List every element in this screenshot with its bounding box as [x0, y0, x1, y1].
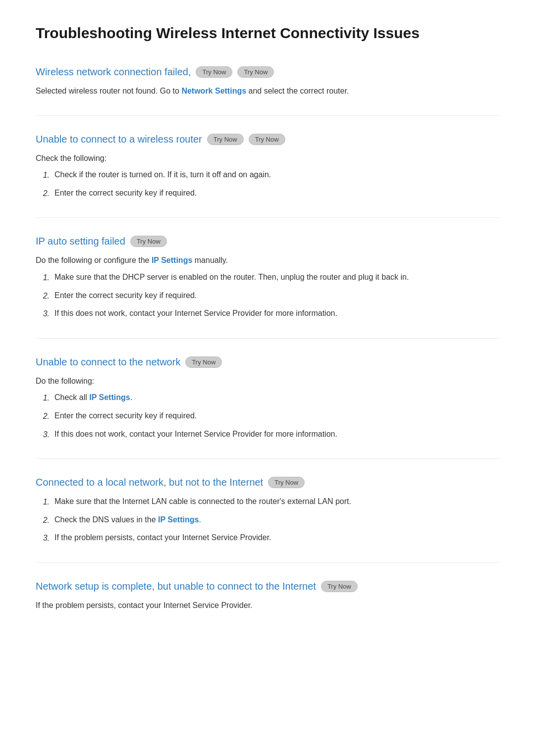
- list-number: 2.: [36, 514, 50, 527]
- try-now-button-6a[interactable]: Try Now: [321, 581, 358, 592]
- try-now-button-1b[interactable]: Try Now: [237, 66, 274, 78]
- section-body: Selected wireless router not found. Go t…: [36, 85, 499, 98]
- list-number: 1.: [36, 169, 50, 182]
- section-header: Connected to a local network, but not to…: [36, 477, 499, 488]
- section-network-setup-complete-no-internet: Network setup is complete, but unable to…: [36, 581, 499, 612]
- section-title: Unable to connect to the network: [36, 356, 180, 368]
- divider-3: [36, 338, 499, 339]
- section-body: Check the following: 1. Check if the rou…: [36, 152, 499, 200]
- list-item: 1. Check if the router is turned on. If …: [36, 168, 499, 182]
- try-now-button-3a[interactable]: Try Now: [130, 236, 167, 247]
- ip-settings-link-5[interactable]: IP Settings: [158, 515, 199, 524]
- list-item: 1. Make sure that the Internet LAN cable…: [36, 495, 499, 508]
- try-now-button-4a[interactable]: Try Now: [185, 356, 222, 368]
- list-number: 2.: [36, 290, 50, 302]
- section-title: Network setup is complete, but unable to…: [36, 581, 316, 592]
- list-item-text: Enter the correct security key if requir…: [54, 289, 499, 302]
- list-number: 2.: [36, 410, 50, 423]
- try-now-button-1a[interactable]: Try Now: [196, 66, 232, 78]
- network-settings-link[interactable]: Network Settings: [181, 87, 246, 95]
- section-body: 1. Make sure that the Internet LAN cable…: [36, 495, 499, 545]
- section-ip-auto-setting-failed: IP auto setting failed Try Now Do the fo…: [36, 236, 499, 320]
- list-item: 2. Check the DNS values in the IP Settin…: [36, 513, 499, 527]
- section-header: Unable to connect to the network Try Now: [36, 356, 499, 368]
- section-unable-connect-wireless-router: Unable to connect to a wireless router T…: [36, 134, 499, 200]
- section-body: If the problem persists, contact your In…: [36, 599, 499, 612]
- section-header: Network setup is complete, but unable to…: [36, 581, 499, 592]
- list-item: 2. Enter the correct security key if req…: [36, 187, 499, 200]
- list-item: 1. Check all IP Settings.: [36, 391, 499, 404]
- list-item-text: Make sure that the Internet LAN cable is…: [54, 495, 499, 508]
- list-number: 3.: [36, 307, 50, 320]
- list-item-text: Check all IP Settings.: [54, 391, 499, 404]
- section-wireless-network-connection-failed: Wireless network connection failed, Try …: [36, 66, 499, 98]
- section-intro-text: Do the following or configure the IP Set…: [36, 254, 499, 267]
- list-item-text: Enter the correct security key if requir…: [54, 409, 499, 422]
- section-body: Do the following or configure the IP Set…: [36, 254, 499, 320]
- list-number: 3.: [36, 428, 50, 441]
- section-connected-local-not-internet: Connected to a local network, but not to…: [36, 477, 499, 545]
- divider-4: [36, 458, 499, 459]
- section-header: IP auto setting failed Try Now: [36, 236, 499, 247]
- section-list: 1. Make sure that the DHCP server is ena…: [36, 271, 499, 320]
- list-item: 3. If this does not work, contact your I…: [36, 428, 499, 441]
- list-item-text: If this does not work, contact your Inte…: [54, 428, 499, 441]
- section-intro-text: Do the following:: [36, 375, 499, 388]
- list-number: 2.: [36, 187, 50, 200]
- list-item-text: Check the DNS values in the IP Settings.: [54, 513, 499, 526]
- section-intro-text: Check the following:: [36, 152, 499, 165]
- list-item-text: Make sure that the DHCP server is enable…: [54, 271, 499, 284]
- ip-settings-link-3[interactable]: IP Settings: [152, 256, 192, 264]
- divider-1: [36, 115, 499, 116]
- list-number: 1.: [36, 392, 50, 404]
- list-item: 2. Enter the correct security key if req…: [36, 289, 499, 302]
- section-body: Do the following: 1. Check all IP Settin…: [36, 375, 499, 441]
- section-list: 1. Check if the router is turned on. If …: [36, 168, 499, 200]
- ip-settings-link-4[interactable]: IP Settings: [89, 393, 130, 402]
- list-item: 1. Make sure that the DHCP server is ena…: [36, 271, 499, 284]
- list-item-text: If this does not work, contact your Inte…: [54, 307, 499, 320]
- section-list: 1. Make sure that the Internet LAN cable…: [36, 495, 499, 545]
- section-title: Unable to connect to a wireless router: [36, 134, 202, 145]
- list-number: 3.: [36, 532, 50, 545]
- list-item-text: Enter the correct security key if requir…: [54, 187, 499, 200]
- try-now-button-2b[interactable]: Try Now: [249, 134, 285, 145]
- list-number: 1.: [36, 496, 50, 508]
- section-title: IP auto setting failed: [36, 236, 125, 247]
- section-unable-connect-network: Unable to connect to the network Try Now…: [36, 356, 499, 441]
- section-header: Wireless network connection failed, Try …: [36, 66, 499, 78]
- list-item-text: If the problem persists, contact your In…: [54, 531, 499, 544]
- list-item-text: Check if the router is turned on. If it …: [54, 168, 499, 181]
- list-number: 1.: [36, 271, 50, 284]
- divider-2: [36, 217, 499, 218]
- list-item: 2. Enter the correct security key if req…: [36, 409, 499, 423]
- try-now-button-2a[interactable]: Try Now: [207, 134, 244, 145]
- list-item: 3. If the problem persists, contact your…: [36, 531, 499, 545]
- list-item: 3. If this does not work, contact your I…: [36, 307, 499, 320]
- section-title: Wireless network connection failed,: [36, 66, 191, 78]
- section-intro-text: Selected wireless router not found. Go t…: [36, 85, 499, 98]
- section-title: Connected to a local network, but not to…: [36, 477, 263, 488]
- section-list: 1. Check all IP Settings. 2. Enter the c…: [36, 391, 499, 441]
- page-title: Troubleshooting Wireless Internet Connec…: [36, 25, 499, 47]
- section-intro-text: If the problem persists, contact your In…: [36, 599, 499, 612]
- section-header: Unable to connect to a wireless router T…: [36, 134, 499, 145]
- divider-5: [36, 562, 499, 563]
- try-now-button-5a[interactable]: Try Now: [268, 477, 305, 488]
